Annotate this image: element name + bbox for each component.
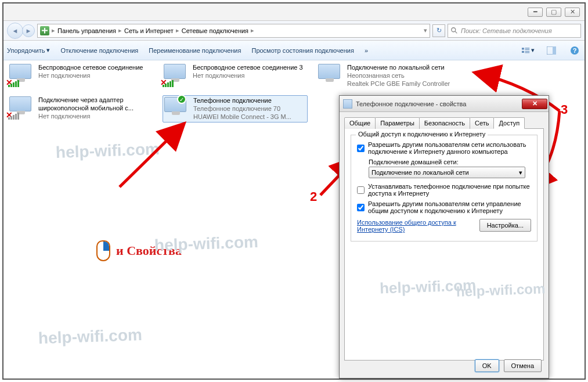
svg-rect-9 [553,46,556,55]
control-panel-icon [40,26,49,35]
home-network-select[interactable]: Подключение по локальной сети ▾ [369,167,525,178]
close-button[interactable]: ✕ [565,8,580,17]
dialog-titlebar: Телефонное подключение - свойства ✕ [340,96,549,112]
connection-wireless[interactable]: ✕ Беспроводное сетевое соединениеНет под… [9,64,154,86]
organize-menu[interactable]: Упорядочить▾ [7,46,50,54]
address-bar[interactable]: ▸ Панель управления ▸ Сеть и Интернет ▸ … [37,24,430,38]
breadcrumb-l3[interactable]: Сетевые подключения [182,27,248,34]
help-button[interactable]: ? [568,44,581,57]
command-bar: Упорядочить▾ Отключение подключения Пере… [3,41,585,60]
dial-on-demand-checkbox[interactable] [357,183,365,197]
tab-network[interactable]: Сеть [470,117,494,129]
rename-connection-button[interactable]: Переименование подключения [149,47,241,54]
svg-rect-6 [525,51,529,51]
address-dropdown-icon[interactable]: ▾ [424,27,427,34]
annotation-number-2: 2 [310,189,317,204]
cancel-button[interactable]: Отмена [504,359,542,372]
view-options-button[interactable]: ▾ [522,44,535,57]
dialog-close-button[interactable]: ✕ [522,99,547,109]
svg-rect-4 [525,48,529,48]
forward-button[interactable]: ► [22,24,35,37]
svg-text:?: ? [573,47,577,54]
refresh-button[interactable]: ↻ [432,24,445,37]
properties-dialog: Телефонное подключение - свойства ✕ Общи… [339,95,549,379]
ics-group: Общий доступ к подключению к Интернету Р… [351,135,538,242]
view-status-button[interactable]: Просмотр состояния подключения [251,47,353,54]
search-icon [450,27,459,35]
allow-sharing-checkbox[interactable] [357,142,365,155]
svg-rect-5 [525,49,529,49]
watermark: help-wifi.com [380,273,567,297]
mouse-icon [96,240,110,261]
settings-button[interactable]: Настройка... [479,219,531,232]
explorer-window: ━ ▢ ✕ ◄ ► ▸ Панель управления ▸ Сеть и И… [2,2,586,380]
ics-help-link[interactable]: Использование общего доступа к Интернету… [357,219,479,233]
watermark: help-wifi.com [38,326,142,348]
connection-mobile-broadband[interactable]: ✕ Подключение через адаптер широкополосн… [9,96,154,120]
tab-panel-access: Общий доступ к подключению к Интернету Р… [344,128,544,361]
svg-rect-3 [522,51,524,52]
tab-strip: Общие Параметры Безопасность Сеть Доступ [344,117,544,129]
preview-pane-button[interactable] [545,44,558,57]
disable-connection-button[interactable]: Отключение подключения [60,47,138,54]
breadcrumb-root[interactable]: Панель управления [57,27,116,34]
svg-line-1 [455,31,457,33]
tab-security[interactable]: Безопасность [419,117,470,129]
svg-point-0 [452,27,456,31]
connection-lan[interactable]: Подключение по локальной сетиНеопознанна… [318,64,463,88]
tab-access[interactable]: Доступ [493,117,525,129]
back-button[interactable]: ◄ [7,23,23,39]
watermark: help-wifi.com [55,140,160,162]
search-input[interactable]: Поиск: Сетевые подключения [448,24,581,38]
dialog-icon [343,99,352,109]
connected-icon: ✓ [177,95,186,104]
nav-bar: ◄ ► ▸ Панель управления ▸ Сеть и Интерне… [3,21,585,41]
ok-button[interactable]: OK [475,359,499,372]
breadcrumb-l2[interactable]: Сеть и Интернет [124,27,174,34]
tab-params[interactable]: Параметры [375,117,420,129]
window-titlebar: ━ ▢ ✕ [3,3,585,21]
maximize-button[interactable]: ▢ [546,8,561,17]
allow-control-checkbox[interactable] [357,201,365,214]
right-click-annotation: и Свойства [96,240,182,261]
chevron-down-icon: ▾ [519,169,522,176]
svg-rect-7 [525,52,529,53]
connection-dialup[interactable]: ✓ Телефонное подключениеТелефонное подкл… [163,95,308,122]
svg-rect-2 [522,48,524,49]
annotation-number-3: 3 [561,102,568,117]
tab-general[interactable]: Общие [344,117,376,129]
minimize-button[interactable]: ━ [528,8,543,17]
connection-wireless-3[interactable]: ✕ Беспроводное сетевое соединение 3Нет п… [164,64,309,86]
